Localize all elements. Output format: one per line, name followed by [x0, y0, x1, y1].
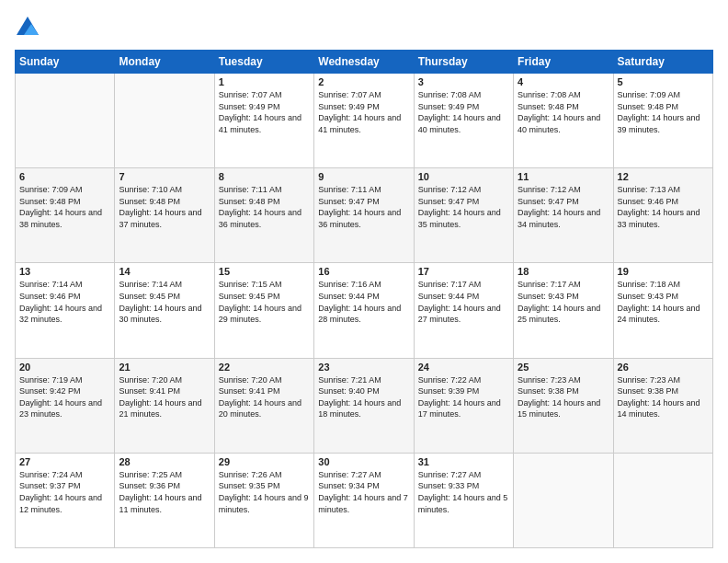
day-info: Sunrise: 7:07 AMSunset: 9:49 PMDaylight:… [318, 89, 409, 135]
day-info: Sunrise: 7:09 AMSunset: 9:48 PMDaylight:… [19, 184, 110, 230]
calendar-cell: 11Sunrise: 7:12 AMSunset: 9:47 PMDayligh… [514, 168, 613, 263]
weekday-header: Friday [514, 51, 613, 74]
calendar-cell: 6Sunrise: 7:09 AMSunset: 9:48 PMDaylight… [16, 168, 115, 263]
day-info: Sunrise: 7:23 AMSunset: 9:38 PMDaylight:… [518, 374, 609, 420]
day-number: 12 [618, 171, 709, 182]
day-number: 16 [318, 266, 409, 277]
day-number: 9 [318, 171, 409, 182]
day-number: 30 [318, 456, 409, 467]
day-number: 10 [418, 171, 509, 182]
day-number: 15 [219, 266, 310, 277]
day-info: Sunrise: 7:24 AMSunset: 9:37 PMDaylight:… [19, 469, 110, 515]
day-info: Sunrise: 7:11 AMSunset: 9:47 PMDaylight:… [318, 184, 409, 230]
calendar-cell: 4Sunrise: 7:08 AMSunset: 9:48 PMDaylight… [514, 74, 613, 168]
calendar-cell [514, 453, 613, 547]
calendar-week-row: 27Sunrise: 7:24 AMSunset: 9:37 PMDayligh… [16, 453, 713, 547]
day-number: 14 [119, 266, 210, 277]
day-number: 28 [119, 456, 210, 467]
day-info: Sunrise: 7:15 AMSunset: 9:45 PMDaylight:… [219, 279, 310, 325]
day-number: 8 [219, 171, 310, 182]
calendar-cell: 5Sunrise: 7:09 AMSunset: 9:48 PMDaylight… [613, 74, 712, 168]
weekday-header: Tuesday [214, 51, 313, 74]
day-number: 31 [418, 456, 509, 467]
calendar-week-row: 6Sunrise: 7:09 AMSunset: 9:48 PMDaylight… [16, 168, 713, 263]
calendar-cell: 13Sunrise: 7:14 AMSunset: 9:46 PMDayligh… [16, 263, 115, 358]
day-info: Sunrise: 7:23 AMSunset: 9:38 PMDaylight:… [618, 374, 709, 420]
calendar-cell: 16Sunrise: 7:16 AMSunset: 9:44 PMDayligh… [314, 263, 414, 358]
calendar-cell [115, 74, 214, 168]
day-number: 24 [418, 362, 509, 373]
day-number: 13 [19, 266, 110, 277]
day-number: 4 [518, 76, 609, 87]
day-info: Sunrise: 7:11 AMSunset: 9:48 PMDaylight:… [219, 184, 310, 230]
calendar-cell: 29Sunrise: 7:26 AMSunset: 9:35 PMDayligh… [214, 453, 313, 547]
day-info: Sunrise: 7:26 AMSunset: 9:35 PMDaylight:… [219, 469, 310, 515]
day-info: Sunrise: 7:14 AMSunset: 9:46 PMDaylight:… [19, 279, 110, 325]
weekday-header: Saturday [613, 51, 712, 74]
calendar-cell: 28Sunrise: 7:25 AMSunset: 9:36 PMDayligh… [115, 453, 214, 547]
weekday-header: Monday [115, 51, 214, 74]
day-number: 25 [518, 362, 609, 373]
day-info: Sunrise: 7:19 AMSunset: 9:42 PMDaylight:… [19, 374, 110, 420]
calendar-week-row: 20Sunrise: 7:19 AMSunset: 9:42 PMDayligh… [16, 358, 713, 453]
day-info: Sunrise: 7:07 AMSunset: 9:49 PMDaylight:… [219, 89, 310, 135]
calendar-cell: 1Sunrise: 7:07 AMSunset: 9:49 PMDaylight… [214, 74, 313, 168]
day-number: 19 [618, 266, 709, 277]
day-info: Sunrise: 7:08 AMSunset: 9:48 PMDaylight:… [518, 89, 609, 135]
day-info: Sunrise: 7:20 AMSunset: 9:41 PMDaylight:… [219, 374, 310, 420]
day-number: 22 [219, 362, 310, 373]
calendar-week-row: 1Sunrise: 7:07 AMSunset: 9:49 PMDaylight… [16, 74, 713, 168]
calendar-cell: 3Sunrise: 7:08 AMSunset: 9:49 PMDaylight… [414, 74, 513, 168]
calendar-cell: 15Sunrise: 7:15 AMSunset: 9:45 PMDayligh… [214, 263, 313, 358]
day-number: 2 [318, 76, 409, 87]
calendar-cell: 7Sunrise: 7:10 AMSunset: 9:48 PMDaylight… [115, 168, 214, 263]
calendar-cell: 22Sunrise: 7:20 AMSunset: 9:41 PMDayligh… [214, 358, 313, 453]
day-info: Sunrise: 7:17 AMSunset: 9:44 PMDaylight:… [418, 279, 509, 325]
calendar-cell: 2Sunrise: 7:07 AMSunset: 9:49 PMDaylight… [314, 74, 414, 168]
day-info: Sunrise: 7:27 AMSunset: 9:33 PMDaylight:… [418, 469, 509, 515]
day-number: 26 [618, 362, 709, 373]
day-info: Sunrise: 7:12 AMSunset: 9:47 PMDaylight:… [418, 184, 509, 230]
day-info: Sunrise: 7:10 AMSunset: 9:48 PMDaylight:… [119, 184, 210, 230]
day-info: Sunrise: 7:09 AMSunset: 9:48 PMDaylight:… [618, 89, 709, 135]
calendar-cell: 21Sunrise: 7:20 AMSunset: 9:41 PMDayligh… [115, 358, 214, 453]
day-info: Sunrise: 7:25 AMSunset: 9:36 PMDaylight:… [119, 469, 210, 515]
logo [15, 15, 44, 40]
calendar-week-row: 13Sunrise: 7:14 AMSunset: 9:46 PMDayligh… [16, 263, 713, 358]
calendar-cell: 19Sunrise: 7:18 AMSunset: 9:43 PMDayligh… [613, 263, 712, 358]
day-info: Sunrise: 7:20 AMSunset: 9:41 PMDaylight:… [119, 374, 210, 420]
day-info: Sunrise: 7:14 AMSunset: 9:45 PMDaylight:… [119, 279, 210, 325]
calendar-cell [613, 453, 712, 547]
day-info: Sunrise: 7:13 AMSunset: 9:46 PMDaylight:… [618, 184, 709, 230]
calendar-cell: 9Sunrise: 7:11 AMSunset: 9:47 PMDaylight… [314, 168, 414, 263]
calendar-cell: 12Sunrise: 7:13 AMSunset: 9:46 PMDayligh… [613, 168, 712, 263]
day-number: 23 [318, 362, 409, 373]
day-info: Sunrise: 7:22 AMSunset: 9:39 PMDaylight:… [418, 374, 509, 420]
weekday-header: Thursday [414, 51, 513, 74]
calendar-cell [16, 74, 115, 168]
page: SundayMondayTuesdayWednesdayThursdayFrid… [0, 0, 728, 563]
day-info: Sunrise: 7:08 AMSunset: 9:49 PMDaylight:… [418, 89, 509, 135]
day-number: 1 [219, 76, 310, 87]
weekday-header: Sunday [16, 51, 115, 74]
day-number: 5 [618, 76, 709, 87]
calendar-cell: 24Sunrise: 7:22 AMSunset: 9:39 PMDayligh… [414, 358, 513, 453]
header [15, 15, 713, 40]
calendar-cell: 31Sunrise: 7:27 AMSunset: 9:33 PMDayligh… [414, 453, 513, 547]
calendar-cell: 30Sunrise: 7:27 AMSunset: 9:34 PMDayligh… [314, 453, 414, 547]
day-number: 7 [119, 171, 210, 182]
calendar-cell: 26Sunrise: 7:23 AMSunset: 9:38 PMDayligh… [613, 358, 712, 453]
day-number: 27 [19, 456, 110, 467]
day-info: Sunrise: 7:12 AMSunset: 9:47 PMDaylight:… [518, 184, 609, 230]
calendar-cell: 25Sunrise: 7:23 AMSunset: 9:38 PMDayligh… [514, 358, 613, 453]
calendar-cell: 8Sunrise: 7:11 AMSunset: 9:48 PMDaylight… [214, 168, 313, 263]
logo-icon [15, 15, 40, 40]
day-number: 18 [518, 266, 609, 277]
day-number: 6 [19, 171, 110, 182]
day-number: 21 [119, 362, 210, 373]
day-info: Sunrise: 7:27 AMSunset: 9:34 PMDaylight:… [318, 469, 409, 515]
calendar: SundayMondayTuesdayWednesdayThursdayFrid… [15, 50, 713, 548]
calendar-cell: 20Sunrise: 7:19 AMSunset: 9:42 PMDayligh… [16, 358, 115, 453]
calendar-cell: 17Sunrise: 7:17 AMSunset: 9:44 PMDayligh… [414, 263, 513, 358]
day-info: Sunrise: 7:16 AMSunset: 9:44 PMDaylight:… [318, 279, 409, 325]
